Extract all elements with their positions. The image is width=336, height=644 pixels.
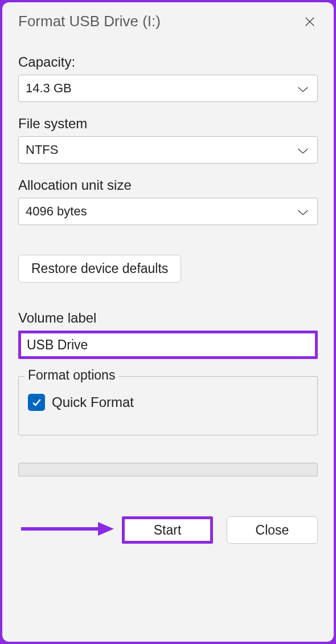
svg-marker-3	[98, 522, 114, 536]
format-options-legend: Format options	[24, 368, 118, 383]
restore-defaults-button[interactable]: Restore device defaults	[18, 255, 181, 283]
allocation-value: 4096 bytes	[26, 204, 87, 219]
progress-bar	[18, 463, 318, 476]
close-icon[interactable]	[302, 14, 318, 30]
file-system-select[interactable]: NTFS	[18, 136, 318, 164]
format-dialog: Format USB Drive (I:) Capacity: 14.3 GB …	[2, 2, 334, 642]
arrow-icon	[18, 521, 115, 539]
format-options-group: Format options Quick Format	[18, 376, 318, 435]
chevron-down-icon	[297, 144, 309, 156]
volume-label-label: Volume label	[18, 310, 318, 326]
capacity-label: Capacity:	[18, 54, 318, 70]
quick-format-label: Quick Format	[52, 394, 134, 410]
titlebar: Format USB Drive (I:)	[2, 2, 334, 35]
file-system-value: NTFS	[26, 142, 58, 157]
chevron-down-icon	[297, 82, 309, 95]
file-system-label: File system	[18, 116, 318, 132]
chevron-down-icon	[297, 205, 309, 218]
capacity-value: 14.3 GB	[26, 81, 72, 96]
button-row: Start Close	[18, 516, 318, 544]
close-button-label: Close	[256, 523, 289, 538]
window-title: Format USB Drive (I:)	[18, 13, 161, 30]
allocation-label: Allocation unit size	[18, 177, 318, 193]
close-button[interactable]: Close	[227, 516, 318, 544]
quick-format-row: Quick Format	[28, 394, 308, 411]
allocation-select[interactable]: 4096 bytes	[18, 198, 318, 225]
dialog-content: Capacity: 14.3 GB File system NTFS Alloc…	[2, 35, 334, 544]
quick-format-checkbox[interactable]	[28, 394, 45, 411]
start-button[interactable]: Start	[122, 516, 213, 544]
start-button-label: Start	[154, 523, 182, 538]
volume-label-input[interactable]	[18, 331, 318, 359]
capacity-select[interactable]: 14.3 GB	[18, 75, 318, 102]
restore-defaults-label: Restore device defaults	[31, 261, 168, 276]
